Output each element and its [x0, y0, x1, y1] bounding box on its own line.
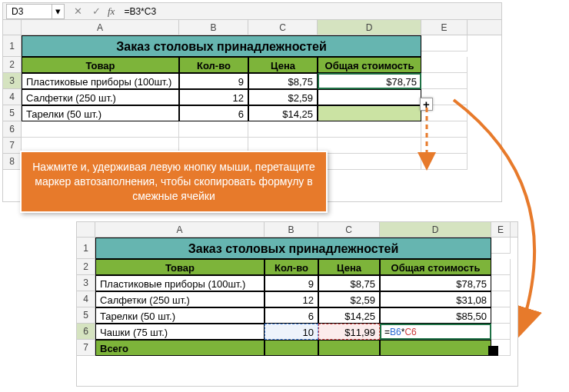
formula-ref-c6: C6	[404, 327, 416, 337]
col-header-b[interactable]: B	[179, 20, 248, 35]
header-qty[interactable]: Кол-во	[179, 57, 248, 73]
select-all-corner-2[interactable]	[77, 222, 95, 237]
col-header-e[interactable]: E	[421, 20, 468, 35]
row-header-2b[interactable]: 2	[77, 259, 95, 275]
header-total-2[interactable]: Общая стоимость	[380, 259, 491, 275]
name-box[interactable]: D3	[6, 4, 52, 19]
cell-d3-selected[interactable]: $78,75	[318, 73, 421, 89]
row-header-7[interactable]: 7	[3, 138, 22, 154]
cell-a3b[interactable]: Пластиковые приборы (100шт.)	[95, 275, 265, 291]
cell-e1b[interactable]	[491, 238, 511, 254]
cell-d5[interactable]	[318, 105, 421, 121]
row-header-5[interactable]: 5	[3, 105, 22, 121]
cell-b5b[interactable]: 6	[265, 307, 318, 324]
row-header-5b[interactable]: 5	[77, 307, 95, 324]
cell-b4b[interactable]: 12	[265, 291, 318, 307]
cell-c7b[interactable]	[318, 340, 380, 356]
cell-e3[interactable]	[421, 73, 468, 89]
header-qty-2[interactable]: Кол-во	[265, 259, 318, 275]
cell-e6[interactable]	[421, 121, 468, 138]
col-header-b-2[interactable]: B	[265, 222, 318, 237]
cell-a6b[interactable]: Чашки (75 шт.)	[95, 324, 265, 340]
cell-a6[interactable]	[22, 121, 179, 138]
cell-e4b[interactable]	[491, 291, 511, 307]
plus-icon: +	[423, 98, 430, 111]
select-all-corner[interactable]	[3, 20, 22, 35]
cell-d7b[interactable]	[380, 340, 491, 356]
row-header-3[interactable]: 3	[3, 73, 22, 89]
cell-a4[interactable]: Салфетки (250 шт.)	[22, 89, 179, 105]
cell-c3b[interactable]: $8,75	[318, 275, 380, 291]
row-header-2[interactable]: 2	[3, 57, 22, 73]
formula-prefix: =	[384, 327, 390, 337]
header-item[interactable]: Товар	[22, 57, 179, 73]
col-header-d-2[interactable]: D	[380, 222, 491, 237]
cell-b5[interactable]: 6	[179, 105, 248, 121]
row-header-6[interactable]: 6	[3, 121, 22, 138]
name-box-dropdown[interactable]: ▾	[52, 4, 65, 19]
table-title[interactable]: Заказ столовых принадлежностей	[22, 35, 421, 57]
cell-d6b-formula[interactable]: =B6*C6	[380, 324, 491, 340]
row-header-3b[interactable]: 3	[77, 275, 95, 291]
row-header-1[interactable]: 1	[3, 35, 22, 57]
col-header-c[interactable]: C	[248, 20, 318, 35]
column-headers-2: A B C D E	[77, 222, 517, 238]
header-item-2[interactable]: Товар	[95, 259, 265, 275]
cell-c4b[interactable]: $2,59	[318, 291, 380, 307]
fx-label[interactable]: fx	[108, 5, 115, 18]
cell-d4[interactable]	[318, 89, 421, 105]
cell-c3[interactable]: $8,75	[248, 73, 318, 89]
row-header-4b[interactable]: 4	[77, 291, 95, 307]
cell-d4b[interactable]: $31,08	[380, 291, 491, 307]
cell-b3b[interactable]: 9	[265, 275, 318, 291]
cell-b3[interactable]: 9	[179, 73, 248, 89]
cell-e5b[interactable]	[491, 307, 511, 324]
cell-b6b[interactable]: 10	[265, 324, 318, 340]
cell-e2[interactable]	[421, 57, 468, 73]
formula-bar[interactable]: =B3*C3	[119, 6, 156, 17]
cell-b6[interactable]	[179, 121, 248, 138]
row-header-6b[interactable]: 6	[77, 324, 95, 340]
cell-a4b[interactable]: Салфетки (250 шт.)	[95, 291, 265, 307]
cell-e6b[interactable]	[491, 324, 511, 340]
col-header-e-2[interactable]: E	[491, 222, 511, 237]
cell-e3b[interactable]	[491, 275, 511, 291]
cell-d8[interactable]	[318, 154, 421, 170]
cell-c6[interactable]	[248, 121, 318, 138]
row-header-1b[interactable]: 1	[77, 238, 95, 259]
cell-e8[interactable]	[421, 154, 468, 170]
header-price-2[interactable]: Цена	[318, 259, 380, 275]
header-price[interactable]: Цена	[248, 57, 318, 73]
row-header-8[interactable]: 8	[3, 154, 22, 170]
col-header-a-2[interactable]: A	[95, 222, 265, 237]
row-header-7b[interactable]: 7	[77, 340, 95, 356]
cell-c4[interactable]: $2,59	[248, 89, 318, 105]
cell-e2b[interactable]	[491, 259, 511, 275]
cell-e1[interactable]	[421, 35, 468, 51]
col-header-c-2[interactable]: C	[318, 222, 380, 237]
cell-d6[interactable]	[318, 121, 421, 138]
cell-c5[interactable]: $14,25	[248, 105, 318, 121]
table-title-2[interactable]: Заказ столовых принадлежностей	[95, 238, 491, 259]
fill-handle-cursor[interactable]: +	[420, 98, 433, 111]
confirm-formula-button[interactable]: ✓	[89, 5, 103, 17]
cell-d3b[interactable]: $78,75	[380, 275, 491, 291]
cell-d7[interactable]	[318, 138, 421, 154]
col-header-a[interactable]: A	[22, 20, 179, 35]
footer-total-label[interactable]: Всего	[95, 340, 265, 356]
cell-c6b[interactable]: $11,99	[318, 324, 380, 340]
row-header-4[interactable]: 4	[3, 89, 22, 105]
cell-b7b[interactable]	[265, 340, 318, 356]
cell-a5b[interactable]: Тарелки (50 шт.)	[95, 307, 265, 324]
cell-a3[interactable]: Пластиковые приборы (100шт.)	[22, 73, 179, 89]
cell-e7[interactable]	[421, 138, 468, 154]
col-header-d[interactable]: D	[318, 20, 421, 35]
cell-b4[interactable]: 12	[179, 89, 248, 105]
cell-c5b[interactable]: $14,25	[318, 307, 380, 324]
cell-d5b[interactable]: $85,50	[380, 307, 491, 324]
cancel-formula-button[interactable]: ✕	[71, 5, 85, 17]
fill-handle-marker[interactable]: +	[488, 346, 498, 356]
chevron-down-icon: ▾	[55, 5, 61, 17]
header-total[interactable]: Общая стоимость	[318, 57, 421, 73]
cell-a5[interactable]: Тарелки (50 шт.)	[22, 105, 179, 121]
